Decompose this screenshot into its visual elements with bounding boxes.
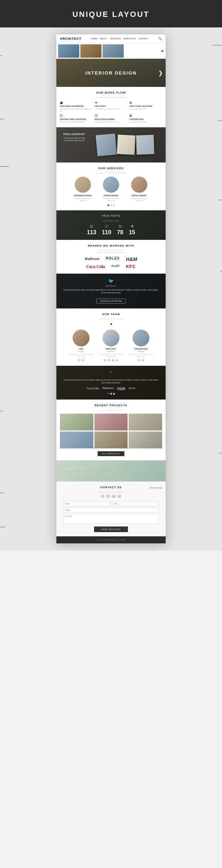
contact-subtitle: Lorem ipsum dolor sit amet consectetur	[63, 491, 159, 493]
workflow-icon-6: ⊞	[129, 114, 162, 117]
portfolio-all-projects-button[interactable]: ALL PROJECTS	[98, 451, 125, 456]
nav-link-portfolio[interactable]: PORTFOLIO	[123, 38, 136, 40]
name-input[interactable]	[63, 501, 110, 506]
contact-social-fb[interactable]: f	[100, 494, 105, 498]
team-member-1: KIM Designer Lorem ipsum dolor sit amet …	[68, 330, 94, 362]
workflow-item-2: ✦ FIRST DRAFT Lorem ipsum dolor sit amet…	[95, 101, 128, 112]
nav-link-contact[interactable]: CONTACT	[138, 38, 149, 40]
testimonial-dot-1[interactable]	[107, 393, 109, 395]
workflow-item-4: ☑ EXISTING CLIENT VALIDATION Lorem ipsum…	[60, 114, 93, 123]
hero-arrow-icon[interactable]: ❯	[158, 70, 163, 76]
team-divider-icon: ⬥	[60, 321, 162, 326]
contact-social-tw[interactable]: t	[106, 494, 110, 498]
workflow-grid: ▣ ANALYZING THE PROBLEM Lorem ipsum dolo…	[60, 101, 162, 112]
service-name-1: INTERIOR DESIGN	[70, 194, 95, 197]
workflow-item-1-title: ANALYZING THE PROBLEM	[60, 105, 93, 107]
team-desc-2: Lorem ipsum dolor sit amet consectetur a…	[98, 353, 124, 357]
brands-title: BRANDS WE WORKED WITH	[60, 244, 162, 247]
hero-thumb-3[interactable]	[103, 44, 124, 58]
workflow-item-3-title: FIRST CLIENT VALIDATION	[129, 105, 162, 107]
services-title: OUR SERVICES	[60, 167, 162, 170]
nav-logo: ARCHITECT	[60, 37, 81, 40]
portfolio-item-3[interactable]	[129, 414, 162, 430]
twitter-icon-3[interactable]: t	[142, 359, 144, 362]
workflow-item-4-title: EXISTING CLIENT VALIDATION	[60, 118, 93, 120]
linkedin-icon-2[interactable]: in	[112, 359, 115, 362]
twitter-icon-2[interactable]: t	[108, 359, 111, 362]
tlogo-radisson: Radisson	[103, 387, 114, 391]
service-name-2: STONE DESIGN	[99, 194, 123, 197]
contact-section: CONTACT US Lorem ipsum dolor sit amet co…	[56, 481, 166, 536]
dot-2[interactable]	[110, 204, 112, 206]
contact-social-gp[interactable]: g+	[112, 494, 116, 498]
portfolio-item-2[interactable]	[94, 414, 128, 430]
hero-thumb-1[interactable]	[58, 44, 79, 58]
facebook-icon-3[interactable]: f	[138, 359, 141, 362]
page: UNIQUE LAYOUT Mega Menu Retina Icons Par…	[0, 0, 222, 550]
twitter-icon-1[interactable]: t	[82, 359, 85, 362]
contact-social-in[interactable]: in	[117, 494, 122, 498]
testimonial-dot-2[interactable]	[110, 393, 112, 395]
hero-thumb-2[interactable]	[80, 44, 101, 58]
parallax-section: PHILOSOPHY Lorem ipsum dolor sit ametcon…	[56, 127, 166, 162]
google-icon-2[interactable]: g	[116, 359, 118, 362]
service-circle-3	[131, 177, 147, 193]
annotation-sliding-ajax: Sliding AJAX Search	[212, 43, 222, 47]
back-to-top-label: Back To Top	[153, 487, 162, 489]
dot-1[interactable]	[107, 204, 109, 206]
tlogo-cocacola: Coca Cola	[86, 387, 99, 391]
submit-button[interactable]: SEND MESSAGE	[94, 526, 128, 532]
counter-item-1: ☷ 113	[87, 224, 97, 236]
testimonial-dot-3[interactable]	[113, 393, 115, 395]
nav-link-home[interactable]: HOME	[91, 38, 97, 40]
annotation-retina-icons: Retina Icons	[0, 117, 4, 121]
twitter-follow-button[interactable]: FOLLOW US ON TWITTER	[96, 299, 126, 304]
email-input[interactable]	[112, 501, 159, 506]
contact-social-icons: f t g+ in	[63, 494, 159, 498]
workflow-subtitle: Lorem ipsum dolor sit amet consectetur a…	[60, 96, 162, 98]
workflow-item-2-text: Lorem ipsum dolor sit amet consectetur	[95, 108, 128, 110]
brand-rolex: ROLEX	[106, 256, 119, 262]
portfolio-item-4[interactable]	[60, 432, 93, 448]
twitter-icon: 🐦	[63, 279, 159, 283]
facebook-icon-1[interactable]: f	[78, 359, 81, 362]
nav-arrow-icon[interactable]: ➜	[160, 49, 164, 53]
workflow-item-1-text: Lorem ipsum dolor sit amet consectetur a…	[60, 108, 93, 112]
footer-text: © 2014 ARCHITECT THEME	[96, 539, 127, 541]
map-grid-svg	[56, 460, 166, 481]
nav-section: ARCHITECT HOME ABOUT SERVICES PORTFOLIO …	[56, 34, 166, 43]
workflow-item-6-title: CONSTRUCTION	[129, 118, 162, 120]
nav-link-about[interactable]: ABOUT	[100, 38, 107, 40]
workflow-item-2-title: FIRST DRAFT	[95, 105, 128, 107]
workflow-row2: ☑ EXISTING CLIENT VALIDATION Lorem ipsum…	[60, 114, 162, 123]
team-role-2: Developer	[98, 351, 124, 352]
dot-3[interactable]	[113, 204, 115, 206]
portfolio-item-6[interactable]	[129, 432, 162, 448]
parallax-photo-1	[95, 133, 117, 156]
subject-input[interactable]	[63, 508, 159, 512]
team-avatar-3	[132, 330, 149, 346]
facebook-icon-2[interactable]: f	[104, 359, 107, 362]
parallax-subtitle: Lorem ipsum dolor sit ametconsectetur ad…	[63, 137, 85, 142]
team-role-1: Designer	[68, 351, 94, 352]
brand-kfc: KFC	[126, 264, 136, 269]
workflow-icon-4: ☑	[60, 114, 93, 117]
nav-arrow: ➜	[160, 44, 164, 58]
team-social-3: f t	[128, 359, 154, 362]
tweets-section: 🐦 @WPThemes Lorem ipsum dolor sit amet c…	[56, 274, 166, 308]
portfolio-title: RECENT PROJECTS	[60, 404, 162, 407]
footer-section: © 2014 ARCHITECT THEME	[56, 536, 166, 543]
search-icon[interactable]: 🔍	[158, 37, 162, 40]
right-annotations: Sliding AJAX Search Touch Slider Rearran…	[176, 27, 218, 550]
parallax-photo-2	[117, 135, 135, 155]
portfolio-item-1[interactable]	[60, 414, 93, 430]
workflow-item-6: ⊞ CONSTRUCTION Lorem ipsum dolor sit ame…	[129, 114, 162, 123]
left-annotations: Mega Menu Retina Icons Parallax Section …	[4, 27, 35, 550]
team-desc-1: Lorem ipsum dolor sit amet consectetur a…	[68, 353, 94, 357]
counter-item-4: ✜ 15	[129, 224, 135, 236]
portfolio-item-5[interactable]	[94, 432, 128, 448]
message-input[interactable]	[63, 514, 159, 524]
team-role-3: Manager	[128, 351, 154, 352]
back-to-top-button[interactable]: ⊙ Back To Top	[150, 486, 162, 489]
nav-link-services[interactable]: SERVICES	[110, 38, 121, 40]
